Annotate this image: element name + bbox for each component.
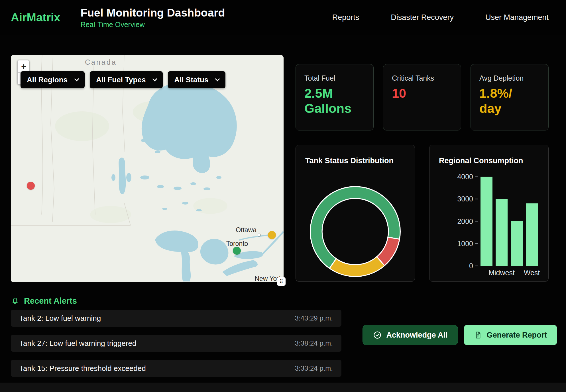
stat-label: Avg Depletion (479, 74, 540, 82)
document-icon (474, 331, 482, 339)
donut-segment-warning (329, 257, 384, 276)
nav-disaster-recovery[interactable]: Disaster Recovery (391, 13, 454, 22)
bar-chart-bars (481, 177, 538, 266)
y-axis-tick: 0 (469, 262, 478, 270)
right-column: Total Fuel 2.5M Gallons Critical Tanks 1… (296, 55, 549, 282)
stat-label: Critical Tanks (392, 74, 452, 82)
regional-consumption-bar-chart: 01000200030004000 MidwestWest (439, 177, 539, 277)
chevron-down-icon (215, 76, 220, 81)
generate-report-button[interactable]: Generate Report (464, 325, 557, 345)
x-axis-label: Midwest (496, 269, 508, 277)
alert-row[interactable]: Tank 15: Pressure threshold exceeded 3:3… (11, 360, 341, 377)
alerts-section: Recent Alerts Tank 2: Low fuel warning 3… (0, 296, 566, 377)
map-canvas[interactable]: Canada Ottawa Toronto New York + − All R… (11, 55, 284, 282)
bar-chart-x-labels: MidwestWest (481, 269, 538, 277)
region-filter-value: All Regions (27, 75, 68, 84)
main-nav: Reports Disaster Recovery User Managemen… (332, 13, 549, 22)
stat-card-critical-tanks: Critical Tanks 10 (383, 64, 461, 130)
chart-title: Tank Status Distribution (305, 156, 405, 165)
tank-status-donut-chart (296, 172, 415, 281)
generate-report-label: Generate Report (486, 331, 547, 340)
tank-marker-critical[interactable] (27, 182, 35, 190)
x-axis-label: West (526, 269, 538, 277)
check-circle-icon (373, 331, 382, 339)
footer-bar (0, 383, 566, 392)
stat-label: Total Fuel (304, 74, 365, 82)
fuel-type-filter-dropdown[interactable]: All Fuel Types (90, 71, 163, 88)
y-axis-tick: 4000 (457, 173, 478, 181)
charts-row: Tank Status Distribution Regional Consum… (296, 145, 549, 282)
y-axis-tick: 2000 (457, 217, 478, 225)
alert-actions: Acknowledge All Generate Report (363, 325, 557, 345)
page-subtitle: Real-Time Overview (80, 21, 225, 29)
main-content: Canada Ottawa Toronto New York + − All R… (0, 35, 566, 282)
nav-reports[interactable]: Reports (332, 13, 359, 22)
alert-list: Tank 2: Low fuel warning 3:43:29 p.m. Ta… (11, 310, 341, 377)
nav-user-management[interactable]: User Management (485, 13, 549, 22)
page-title: Fuel Monitoring Dashboard (80, 7, 225, 19)
alerts-title: Recent Alerts (24, 296, 77, 306)
map-panel: Canada Ottawa Toronto New York + − All R… (11, 55, 284, 282)
brand-logo[interactable]: AirMatrix (11, 11, 60, 24)
fuel-type-filter-value: All Fuel Types (96, 75, 146, 84)
stat-value: 10 (392, 86, 452, 101)
bar-2 (511, 221, 523, 266)
chart-title: Regional Consumption (439, 156, 539, 165)
chevron-down-icon (152, 76, 157, 81)
tank-marker-warning[interactable] (268, 231, 276, 239)
dashboard-page: AirMatrix Fuel Monitoring Dashboard Real… (0, 0, 566, 392)
stat-value: 1.8%/ day (479, 86, 540, 116)
y-axis-tick: 3000 (457, 195, 478, 203)
alert-timestamp: 3:38:24 p.m. (295, 339, 333, 347)
drag-handle-icon[interactable]: ⠿ (277, 277, 286, 286)
acknowledge-all-button[interactable]: Acknowledge All (363, 325, 458, 345)
tank-marker-normal[interactable] (233, 247, 241, 255)
bar-West (526, 203, 538, 266)
alert-message: Tank 15: Pressure threshold exceeded (19, 364, 146, 373)
map-marker-layer (11, 55, 284, 282)
x-axis-label (511, 269, 523, 277)
alert-timestamp: 3:33:24 p.m. (295, 364, 333, 372)
regional-consumption-card: Regional Consumption 01000200030004000 M… (429, 145, 549, 282)
map-filter-bar: All Regions All Fuel Types All Status (21, 71, 225, 88)
alert-row[interactable]: Tank 27: Low fuel warning triggered 3:38… (11, 335, 341, 352)
region-filter-dropdown[interactable]: All Regions (21, 71, 85, 88)
bar-chart-y-axis: 01000200030004000 (439, 177, 478, 266)
header: AirMatrix Fuel Monitoring Dashboard Real… (0, 0, 566, 35)
stats-row: Total Fuel 2.5M Gallons Critical Tanks 1… (296, 64, 549, 130)
bar-0 (481, 177, 492, 266)
alert-row[interactable]: Tank 2: Low fuel warning 3:43:29 p.m. (11, 310, 341, 327)
title-block: Fuel Monitoring Dashboard Real-Time Over… (80, 7, 225, 29)
chevron-down-icon (74, 76, 79, 81)
y-axis-tick: 1000 (457, 239, 478, 248)
alert-message: Tank 27: Low fuel warning triggered (19, 339, 136, 348)
stat-card-total-fuel: Total Fuel 2.5M Gallons (296, 64, 374, 130)
bar-Midwest (496, 199, 508, 266)
acknowledge-all-label: Acknowledge All (386, 331, 447, 340)
status-filter-value: All Status (174, 75, 208, 84)
alert-message: Tank 2: Low fuel warning (19, 314, 101, 323)
tank-status-distribution-card: Tank Status Distribution (296, 145, 415, 282)
alerts-heading: Recent Alerts (11, 296, 555, 306)
bell-icon (11, 297, 19, 305)
stat-card-avg-depletion: Avg Depletion 1.8%/ day (471, 64, 549, 130)
alert-timestamp: 3:43:29 p.m. (295, 314, 333, 322)
stat-value: 2.5M Gallons (304, 86, 365, 116)
status-filter-dropdown[interactable]: All Status (168, 71, 225, 88)
